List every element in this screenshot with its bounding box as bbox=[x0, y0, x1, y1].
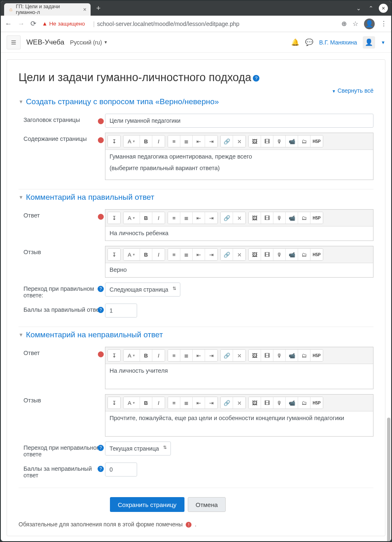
toolbar-video-icon[interactable]: 📹 bbox=[286, 397, 298, 409]
toolbar-paragraph-icon[interactable]: A▼ bbox=[124, 136, 140, 147]
help-icon[interactable]: ? bbox=[98, 445, 104, 451]
toolbar-video-icon[interactable]: 📹 bbox=[286, 136, 298, 147]
content-editor-body[interactable]: Гуманная педагогика ориентирована, прежд… bbox=[105, 150, 373, 180]
answer2-editor-body[interactable]: На личность учителя bbox=[105, 364, 373, 389]
profile-avatar-icon[interactable]: 👤 bbox=[364, 19, 375, 29]
toolbar-ol-icon[interactable]: ≣ bbox=[180, 136, 193, 147]
toolbar-mic-icon[interactable]: 🎙 bbox=[273, 397, 286, 409]
toolbar-expand-icon[interactable]: ↧ bbox=[108, 249, 120, 260]
toolbar-indent-icon[interactable]: ⇥ bbox=[205, 350, 217, 361]
toolbar-unlink-icon[interactable]: ⤫ bbox=[233, 136, 245, 147]
toolbar-mic-icon[interactable]: 🎙 bbox=[273, 212, 286, 224]
drawer-toggle-button[interactable] bbox=[7, 35, 21, 49]
help-icon[interactable]: ? bbox=[98, 466, 104, 472]
not-secure-indicator[interactable]: ▲ Не защищено bbox=[42, 21, 85, 27]
toolbar-link-icon[interactable]: 🔗 bbox=[221, 249, 233, 260]
toolbar-h5p-icon[interactable]: H5P bbox=[310, 136, 323, 147]
user-menu-link[interactable]: В.Г. Маняхина bbox=[319, 39, 357, 46]
section-toggle-correct[interactable]: ▼ Комментарий на правильный ответ bbox=[19, 193, 373, 202]
toolbar-mic-icon[interactable]: 🎙 bbox=[273, 136, 286, 147]
toolbar-image-icon[interactable]: 🖼 bbox=[249, 397, 261, 409]
feedback1-editor-body[interactable]: Верно bbox=[105, 263, 373, 277]
toolbar-link-icon[interactable]: 🔗 bbox=[221, 212, 233, 224]
toolbar-image-icon[interactable]: 🖼 bbox=[249, 136, 261, 147]
zoom-icon[interactable]: ⊕ bbox=[341, 20, 347, 28]
toolbar-indent-icon[interactable]: ⇥ bbox=[205, 397, 217, 409]
page-title-input[interactable] bbox=[105, 114, 373, 128]
user-avatar-icon[interactable]: 👤 bbox=[363, 36, 375, 49]
toolbar-ol-icon[interactable]: ≣ bbox=[180, 212, 193, 224]
section-toggle-question[interactable]: ▼ Создать страницу с вопросом типа «Верн… bbox=[19, 97, 373, 106]
toolbar-italic-icon[interactable]: I bbox=[152, 249, 165, 260]
new-tab-button[interactable]: + bbox=[93, 3, 104, 14]
toolbar-image-icon[interactable]: 🖼 bbox=[249, 350, 261, 361]
toolbar-files-icon[interactable]: 🗂 bbox=[298, 212, 310, 224]
scrollbar-thumb[interactable] bbox=[387, 418, 390, 541]
url-text[interactable]: |school-server.localnet/moodle/mod/lesso… bbox=[91, 21, 336, 27]
toolbar-expand-icon[interactable]: ↧ bbox=[108, 397, 120, 409]
toolbar-media-icon[interactable]: 🎞 bbox=[261, 249, 273, 260]
toolbar-ol-icon[interactable]: ≣ bbox=[180, 397, 193, 409]
toolbar-outdent-icon[interactable]: ⇤ bbox=[193, 249, 205, 260]
browser-menu-icon[interactable]: ⋮ bbox=[380, 20, 387, 28]
toolbar-ul-icon[interactable]: ≡ bbox=[168, 350, 180, 361]
toolbar-image-icon[interactable]: 🖼 bbox=[249, 249, 261, 260]
toolbar-bold-icon[interactable]: B bbox=[140, 249, 152, 260]
user-menu-caret-icon[interactable]: ▼ bbox=[381, 40, 385, 45]
toolbar-expand-icon[interactable]: ↧ bbox=[108, 212, 120, 224]
toolbar-outdent-icon[interactable]: ⇤ bbox=[193, 397, 205, 409]
help-icon[interactable]: ? bbox=[98, 307, 104, 313]
score-correct-input[interactable] bbox=[105, 304, 137, 318]
feedback2-editor-body[interactable]: Прочтите, пожалуйста, еще раз цели и осо… bbox=[105, 411, 373, 436]
toolbar-mic-icon[interactable]: 🎙 bbox=[273, 350, 286, 361]
toolbar-files-icon[interactable]: 🗂 bbox=[298, 350, 310, 361]
bookmark-icon[interactable]: ☆ bbox=[352, 20, 358, 28]
toolbar-video-icon[interactable]: 📹 bbox=[286, 212, 298, 224]
toolbar-ol-icon[interactable]: ≣ bbox=[180, 350, 193, 361]
toolbar-paragraph-icon[interactable]: A▼ bbox=[124, 212, 140, 224]
toolbar-link-icon[interactable]: 🔗 bbox=[221, 397, 233, 409]
tab-close-icon[interactable]: × bbox=[83, 6, 86, 13]
toolbar-ul-icon[interactable]: ≡ bbox=[168, 212, 180, 224]
toolbar-expand-icon[interactable]: ↧ bbox=[108, 136, 120, 147]
save-button[interactable]: Сохранить страницу bbox=[110, 497, 184, 512]
toolbar-ol-icon[interactable]: ≣ bbox=[180, 249, 193, 260]
score-wrong-input[interactable] bbox=[105, 463, 137, 477]
window-maximize-icon[interactable]: ⌃ bbox=[366, 4, 376, 13]
toolbar-unlink-icon[interactable]: ⤫ bbox=[233, 249, 245, 260]
toolbar-bold-icon[interactable]: B bbox=[140, 136, 152, 147]
toolbar-paragraph-icon[interactable]: A▼ bbox=[124, 397, 140, 409]
toolbar-expand-icon[interactable]: ↧ bbox=[108, 350, 120, 361]
reload-icon[interactable]: ⟳ bbox=[30, 19, 36, 28]
toolbar-bold-icon[interactable]: B bbox=[140, 212, 152, 224]
toolbar-paragraph-icon[interactable]: A▼ bbox=[124, 249, 140, 260]
toolbar-unlink-icon[interactable]: ⤫ bbox=[233, 350, 245, 361]
language-selector[interactable]: Русский (ru) ▼ bbox=[70, 39, 108, 46]
toolbar-mic-icon[interactable]: 🎙 bbox=[273, 249, 286, 260]
toolbar-ul-icon[interactable]: ≡ bbox=[168, 249, 180, 260]
toolbar-media-icon[interactable]: 🎞 bbox=[261, 350, 273, 361]
toolbar-h5p-icon[interactable]: H5P bbox=[310, 249, 323, 260]
back-icon[interactable]: ← bbox=[5, 20, 12, 28]
toolbar-h5p-icon[interactable]: H5P bbox=[310, 397, 323, 409]
toolbar-video-icon[interactable]: 📹 bbox=[286, 249, 298, 260]
toolbar-outdent-icon[interactable]: ⇤ bbox=[193, 212, 205, 224]
toolbar-indent-icon[interactable]: ⇥ bbox=[205, 249, 217, 260]
notifications-icon[interactable]: 🔔 bbox=[291, 38, 299, 46]
section-toggle-wrong[interactable]: ▼ Комментарий на неправильный ответ bbox=[19, 330, 373, 339]
toolbar-h5p-icon[interactable]: H5P bbox=[310, 212, 323, 224]
toolbar-ul-icon[interactable]: ≡ bbox=[168, 136, 180, 147]
toolbar-files-icon[interactable]: 🗂 bbox=[298, 136, 310, 147]
window-minimize-icon[interactable]: ⌄ bbox=[354, 4, 363, 13]
toolbar-media-icon[interactable]: 🎞 bbox=[261, 212, 273, 224]
toolbar-italic-icon[interactable]: I bbox=[152, 212, 165, 224]
jump-correct-select[interactable]: Следующая страница bbox=[105, 283, 180, 297]
toolbar-link-icon[interactable]: 🔗 bbox=[221, 350, 233, 361]
toolbar-media-icon[interactable]: 🎞 bbox=[261, 136, 273, 147]
toolbar-italic-icon[interactable]: I bbox=[152, 350, 165, 361]
toolbar-unlink-icon[interactable]: ⤫ bbox=[233, 212, 245, 224]
toolbar-media-icon[interactable]: 🎞 bbox=[261, 397, 273, 409]
toolbar-indent-icon[interactable]: ⇥ bbox=[205, 136, 217, 147]
toolbar-ul-icon[interactable]: ≡ bbox=[168, 397, 180, 409]
brand-title[interactable]: WEB-Учеба bbox=[26, 38, 64, 47]
